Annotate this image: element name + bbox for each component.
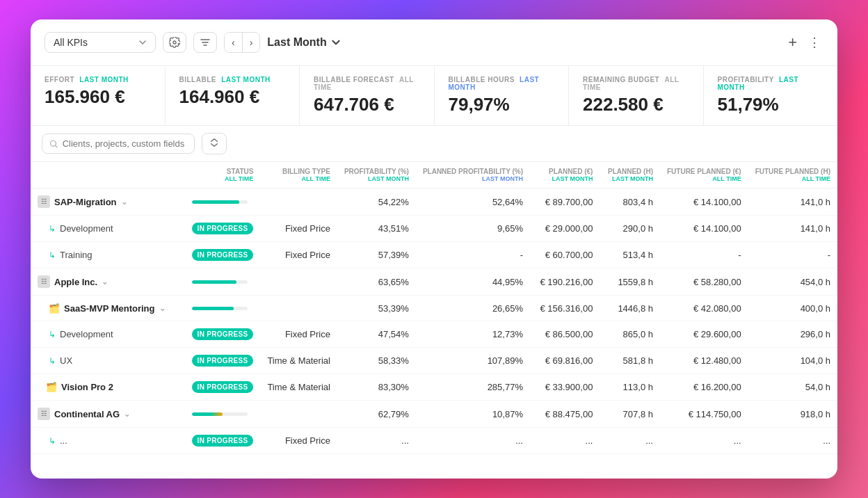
row-name: ...	[60, 435, 67, 446]
row-status-cell: IN PROGRESS	[185, 374, 261, 401]
row-label: ↳ ...	[38, 435, 178, 446]
col-profitability-header: Profitability (%)Last Month	[337, 162, 416, 188]
toolbar-actions: + ⋮	[785, 31, 823, 54]
row-planned-h-cell: 1559,8 h	[600, 268, 660, 296]
row-planned-eur-cell: € 86.500,00	[530, 321, 600, 348]
row-name-cell: ↳ ...	[31, 428, 185, 454]
row-label: 🗂️ Vision Pro 2	[38, 382, 178, 393]
col-future-h-header: Future planned (h)All Time	[748, 162, 837, 188]
kpi-select[interactable]: All KPIs	[45, 32, 156, 53]
row-profitability-cell: 63,65%	[337, 268, 416, 296]
row-profitability-cell: 54,22%	[337, 188, 416, 216]
row-name-cell: 🗂️ Vision Pro 2	[31, 374, 185, 401]
billing-type: Time & Material	[267, 382, 330, 392]
progress-bar	[192, 200, 248, 204]
add-button[interactable]: +	[785, 31, 800, 54]
table-row[interactable]: ↳ Development IN PROGRESS Fixed Price 47…	[31, 321, 837, 348]
row-profitability-cell: 47,54%	[337, 321, 416, 348]
row-status-cell: IN PROGRESS	[185, 242, 261, 268]
grid-icon: ☷	[38, 275, 50, 288]
settings-button[interactable]	[163, 32, 186, 53]
table-row[interactable]: 🗂️ Vision Pro 2 IN PROGRESS Time & Mater…	[31, 374, 837, 401]
metric-label-5: PROFITABILITY Last Month	[718, 76, 824, 91]
row-name: SaaS-MVP Mentoring	[64, 303, 155, 314]
table-row[interactable]: ↳ ... IN PROGRESS Fixed Price ... ... ..…	[31, 428, 837, 454]
table-row[interactable]: ☷ SAP-Migration ⌄ 54,22% 52,64% € 89.700…	[31, 188, 837, 216]
row-profitability-cell: 57,39%	[337, 242, 416, 268]
row-name: Apple Inc.	[54, 277, 97, 287]
row-label: 🗂️ SaaS-MVP Mentoring ⌄	[38, 303, 178, 314]
row-planned-h-cell: ...	[600, 428, 660, 454]
metric-label-4: REMAINING BUDGET All Time	[583, 76, 689, 91]
table-row[interactable]: ☷ Continental AG ⌄ 62,79% 10,87% € 88.47…	[31, 401, 837, 428]
row-profitability-cell: 83,30%	[337, 374, 416, 401]
metric-label-3: BILLABLE HOURS Last Month	[449, 76, 555, 91]
row-status-cell	[185, 188, 261, 216]
row-profitability-cell: 62,79%	[337, 401, 416, 428]
row-profitability-cell: 58,33%	[337, 348, 416, 374]
row-planned-profitability-cell: 285,77%	[416, 374, 530, 401]
kpi-select-label: All KPIs	[54, 37, 88, 48]
prev-button[interactable]: ‹	[225, 33, 243, 52]
row-name: Development	[60, 329, 113, 339]
row-planned-profitability-cell: ...	[416, 428, 530, 454]
row-planned-h-cell: 581,8 h	[600, 348, 660, 374]
briefcase-icon: 🗂️	[46, 382, 57, 393]
chevron-icon: ⌄	[121, 198, 127, 207]
filter-button[interactable]	[193, 32, 217, 53]
status-badge: IN PROGRESS	[192, 328, 254, 340]
row-name-cell: ↳ Development	[31, 321, 185, 348]
col-status-header: StatusAll Time	[185, 162, 261, 188]
table-row[interactable]: ↳ UX IN PROGRESS Time & Material 58,33% …	[31, 348, 837, 374]
collapse-button[interactable]	[202, 133, 227, 154]
billing-type: Fixed Price	[285, 435, 330, 446]
metrics-row: EFFORT Last Month 165.960 € BILLABLE Las…	[31, 66, 837, 126]
metric-card-4: REMAINING BUDGET All Time 222.580 €	[569, 66, 704, 125]
row-billing-cell	[260, 188, 337, 216]
row-status-cell: IN PROGRESS	[185, 348, 261, 374]
period-label: Last Month	[267, 36, 326, 49]
col-planned-eur-header: Planned (€)Last Month	[530, 162, 600, 188]
row-status-cell	[185, 296, 261, 321]
period-select[interactable]: Last Month	[267, 36, 340, 49]
metric-card-3: BILLABLE HOURS Last Month 79,97%	[435, 66, 570, 125]
row-future-h-cell: ...	[748, 428, 837, 454]
gear-icon	[169, 37, 180, 48]
collapse-icon	[209, 138, 219, 147]
table-row[interactable]: ↳ Development IN PROGRESS Fixed Price 43…	[31, 216, 837, 242]
row-planned-h-cell: 290,0 h	[600, 216, 660, 242]
search-input[interactable]	[63, 138, 187, 149]
col-planned-h-header: Planned (h)Last Month	[600, 162, 660, 188]
row-future-eur-cell: € 16.200,00	[660, 374, 748, 401]
row-future-eur-cell: € 12.480,00	[660, 348, 748, 374]
table-row[interactable]: ☷ Apple Inc. ⌄ 63,65% 44,95% € 190.216,0…	[31, 268, 837, 296]
row-future-eur-cell: € 58.280,00	[660, 268, 748, 296]
row-status-cell	[185, 268, 261, 296]
status-badge: IN PROGRESS	[192, 381, 254, 393]
arrow-right-icon: ↳	[49, 436, 56, 446]
arrow-right-icon: ↳	[49, 250, 56, 260]
more-options-button[interactable]: ⋮	[805, 32, 823, 53]
row-status-cell	[185, 401, 261, 428]
grid-icon: ☷	[38, 195, 50, 208]
row-future-eur-cell: € 114.750,00	[660, 401, 748, 428]
row-billing-cell: Fixed Price	[260, 216, 337, 242]
table-row[interactable]: ↳ Training IN PROGRESS Fixed Price 57,39…	[31, 242, 837, 268]
metric-card-2: BILLABLE FORECAST All Time 647.706 €	[300, 66, 435, 125]
row-future-h-cell: 141,0 h	[748, 188, 837, 216]
chevron-icon: ⌄	[124, 410, 130, 419]
metric-period-2: All Time	[314, 76, 414, 91]
metric-value-1: 164.960 €	[179, 86, 286, 108]
col-planned-profitability-header: Planned profitability (%)Last Month	[416, 162, 530, 188]
row-label: ☷ Continental AG ⌄	[38, 408, 178, 420]
metric-label-0: EFFORT Last Month	[45, 76, 151, 83]
progress-bar	[192, 280, 248, 284]
table-row[interactable]: 🗂️ SaaS-MVP Mentoring ⌄ 53,39% 26,65% € …	[31, 296, 837, 321]
row-future-eur-cell: ...	[660, 428, 748, 454]
arrow-right-icon: ↳	[49, 224, 56, 234]
row-name-cell: ↳ UX	[31, 348, 185, 374]
next-button[interactable]: ›	[243, 33, 260, 52]
metric-period-1: Last Month	[221, 76, 271, 83]
search-box[interactable]	[42, 134, 195, 154]
row-planned-eur-cell: € 88.475,00	[530, 401, 600, 428]
